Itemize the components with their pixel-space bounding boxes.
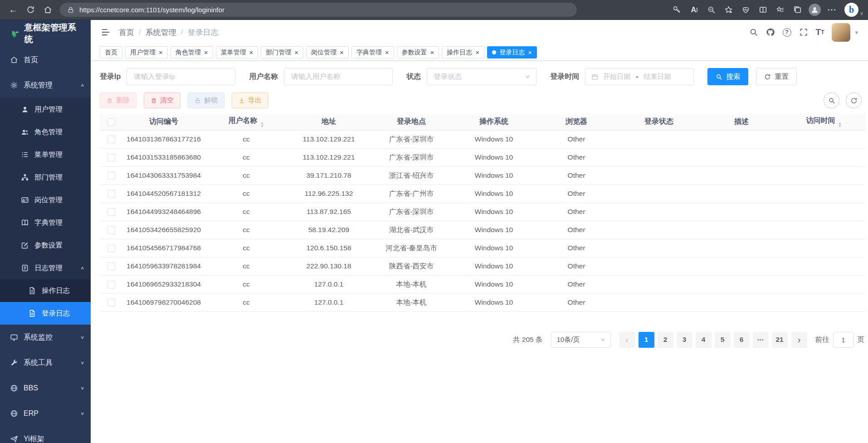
page-button-4[interactable]: 4 — [696, 332, 712, 348]
more-pages-button[interactable]: ••• — [753, 332, 769, 348]
page-size-select[interactable]: 10条/页 ∨ — [551, 332, 611, 348]
tab-4[interactable]: 部门管理× — [261, 46, 303, 58]
copilot-icon[interactable]: b — [844, 3, 858, 17]
tab-7[interactable]: 参数设置× — [397, 46, 439, 58]
row-checkbox[interactable] — [107, 172, 115, 180]
github-icon[interactable] — [766, 28, 775, 37]
reset-button[interactable]: 重置 — [756, 68, 797, 85]
row-checkbox[interactable] — [107, 226, 115, 234]
close-icon[interactable]: × — [475, 49, 479, 56]
tab-8[interactable]: 操作日志× — [442, 46, 484, 58]
export-button[interactable]: 导出 — [232, 92, 268, 108]
favorites-icon[interactable] — [772, 2, 789, 18]
collections-icon[interactable] — [789, 2, 806, 18]
sidebar-item-loginlog[interactable]: 登录日志 — [0, 302, 91, 325]
sort-desc-icon[interactable]: ▼ — [260, 125, 264, 128]
browser-home-icon[interactable] — [39, 2, 56, 18]
close-icon[interactable]: × — [204, 49, 208, 56]
column-header-1[interactable]: 用户名称▲▼ — [205, 114, 288, 130]
sidebar-item-config[interactable]: 参数设置 — [0, 234, 91, 257]
row-checkbox[interactable] — [107, 281, 115, 288]
refresh-table-button[interactable] — [846, 92, 862, 108]
back-icon[interactable]: ← — [5, 2, 22, 18]
sidebar-item-menu[interactable]: 菜单管理 — [0, 143, 91, 166]
tab-6[interactable]: 字典管理× — [351, 46, 394, 58]
site-info-icon[interactable] — [67, 6, 74, 14]
tab-0[interactable]: 首页 — [100, 46, 122, 58]
breadcrumb-home[interactable]: 首页 — [119, 27, 134, 38]
status-select[interactable]: 登录状态 ∨ — [427, 68, 536, 85]
collapse-sidebar-icon[interactable] — [101, 27, 111, 37]
column-header-8[interactable]: 访问时间▲▼ — [783, 114, 865, 130]
page-button-5[interactable]: 5 — [715, 332, 731, 348]
user-name-input[interactable] — [284, 68, 393, 85]
sidebar-item-home[interactable]: 首页 — [0, 47, 91, 73]
split-screen-icon[interactable] — [755, 2, 772, 18]
user-menu-caret-icon[interactable]: ▾ — [855, 29, 858, 36]
font-size-icon[interactable]: TT — [816, 27, 824, 37]
password-key-icon[interactable] — [668, 2, 686, 18]
profile-icon[interactable] — [806, 2, 824, 18]
goto-page-input[interactable] — [833, 332, 854, 348]
search-button[interactable]: 搜索 — [707, 68, 748, 85]
header-search-icon[interactable] — [749, 28, 758, 37]
delete-button[interactable]: 删除 — [100, 92, 137, 108]
fullscreen-icon[interactable] — [799, 28, 808, 37]
login-time-range[interactable]: 开始日期 - 结束日期 — [585, 68, 694, 85]
toggle-search-button[interactable] — [824, 92, 839, 108]
sidebar-item-log[interactable]: 日志管理∧ — [0, 257, 91, 279]
collapse-toolbar-icon[interactable]: ∨ — [860, 10, 863, 16]
close-icon[interactable]: × — [340, 49, 344, 56]
sidebar-item-monitor[interactable]: 系统监控∨ — [0, 325, 91, 350]
sidebar-item-erp[interactable]: ERP∨ — [0, 401, 91, 426]
sidebar-item-user[interactable]: 用户管理 — [0, 98, 91, 121]
sidebar-item-role[interactable]: 角色管理 — [0, 121, 91, 143]
sidebar-item-dict[interactable]: 字典管理 — [0, 211, 91, 234]
close-icon[interactable]: × — [430, 49, 434, 56]
row-checkbox[interactable] — [107, 208, 115, 216]
tab-3[interactable]: 菜单管理× — [216, 46, 258, 58]
address-bar[interactable]: https://ccnetcore.com:1101/system/log/lo… — [60, 3, 577, 17]
page-button-3[interactable]: 3 — [677, 332, 692, 348]
login-ip-input[interactable] — [127, 68, 235, 85]
unlock-button[interactable]: 解锁 — [188, 92, 224, 108]
sidebar-item-dept[interactable]: 部门管理 — [0, 166, 91, 189]
tab-5[interactable]: 岗位管理× — [306, 46, 349, 58]
row-checkbox[interactable] — [107, 263, 115, 270]
tab-1[interactable]: 用户管理× — [125, 46, 168, 58]
page-button-21[interactable]: 21 — [772, 332, 788, 348]
read-aloud-icon[interactable]: A) — [686, 2, 703, 18]
sort-icons[interactable]: ▲▼ — [838, 122, 842, 128]
sidebar-item-yi[interactable]: Yi框架 — [0, 426, 91, 443]
row-checkbox[interactable] — [107, 154, 115, 161]
sidebar-item-operlog[interactable]: 操作日志 — [0, 279, 91, 302]
prev-page-button[interactable]: ‹ — [619, 332, 635, 348]
refresh-icon[interactable] — [22, 2, 39, 18]
sidebar-item-post[interactable]: 岗位管理 — [0, 189, 91, 211]
page-button-6[interactable]: 6 — [734, 332, 750, 348]
row-checkbox[interactable] — [107, 136, 115, 143]
next-page-button[interactable]: › — [791, 332, 807, 348]
row-checkbox[interactable] — [107, 190, 115, 198]
sidebar-item-bbs[interactable]: BBS∨ — [0, 375, 91, 401]
page-button-1[interactable]: 1 — [639, 332, 654, 348]
close-icon[interactable]: × — [385, 49, 389, 56]
clear-button[interactable]: 清空 — [144, 92, 180, 108]
select-all-checkbox[interactable] — [107, 118, 115, 126]
app-logo[interactable]: 意框架管理系统 — [0, 20, 91, 47]
browser-essentials-icon[interactable] — [737, 2, 755, 18]
user-avatar[interactable] — [832, 23, 850, 42]
zoom-out-icon[interactable] — [703, 2, 720, 18]
close-icon[interactable]: × — [159, 49, 163, 56]
row-checkbox[interactable] — [107, 244, 115, 252]
breadcrumb-system[interactable]: 系统管理 — [146, 27, 176, 38]
close-icon[interactable]: × — [294, 49, 298, 56]
close-icon[interactable]: × — [528, 49, 532, 56]
tab-2[interactable]: 角色管理× — [171, 46, 213, 58]
tab-9[interactable]: 登录日志× — [487, 46, 537, 58]
sidebar-item-tool[interactable]: 系统工具∨ — [0, 350, 91, 375]
more-icon[interactable]: ··· — [824, 2, 841, 18]
row-checkbox[interactable] — [107, 299, 115, 307]
add-favorite-icon[interactable] — [720, 2, 737, 18]
sidebar-item-system[interactable]: 系统管理∧ — [0, 73, 91, 98]
